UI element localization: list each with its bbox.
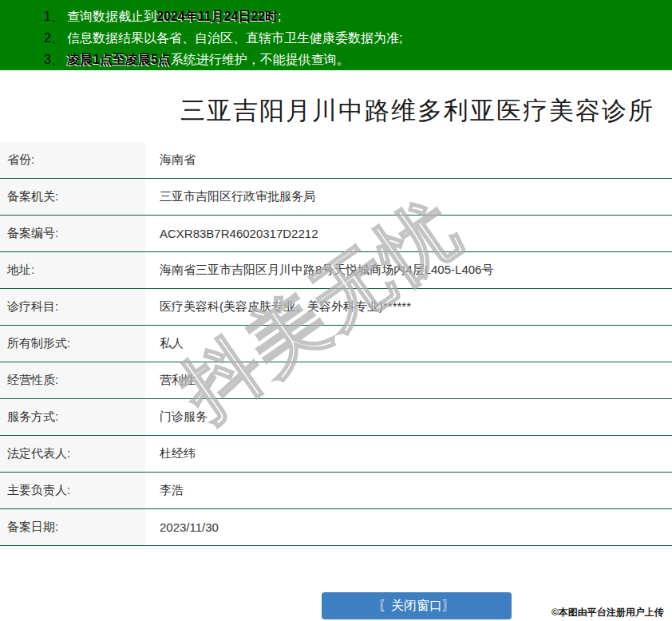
notice-item-3: 3、凌晨1点至凌晨5点系统进行维护，不能提供查询。 <box>44 49 664 70</box>
notice-banner: 1、查询数据截止到2024年11月24日22时; 2、信息数据结果以各省、自治区… <box>0 0 672 70</box>
title-area: 三亚吉阳月川中路维多利亚医疗美容诊所 <box>0 93 672 129</box>
field-value: 杜经纬 <box>145 436 672 472</box>
field-label: 备案编号: <box>0 216 145 251</box>
field-label: 备案机关: <box>0 179 145 215</box>
table-row-person-in-charge: 主要负责人: 李浩 <box>0 473 672 509</box>
close-window-button[interactable]: 〖关闭窗口〗 <box>322 592 512 619</box>
field-value: 门诊服务 <box>145 399 672 435</box>
field-value: ACXR83B7R46020317D2212 <box>145 216 672 251</box>
field-value: 营利性 <box>145 362 672 398</box>
table-row-record-number: 备案编号: ACXR83B7R46020317D2212 <box>0 216 672 252</box>
field-value: 海南省 <box>145 142 672 178</box>
copyright-note: ©本图由平台注册用户上传 <box>551 606 664 619</box>
field-label: 经营性质: <box>0 362 145 398</box>
notice-number: 1、 <box>44 10 64 23</box>
field-label: 诊疗科目: <box>0 289 145 325</box>
table-row-ownership: 所有制形式: 私人 <box>0 326 672 362</box>
notice-item-2: 2、信息数据结果以各省、自治区、直辖市卫生健康委数据为准; <box>44 27 664 49</box>
page-title: 三亚吉阳月川中路维多利亚医疗美容诊所 <box>163 93 672 129</box>
field-value: 医疗美容科(美容皮肤专业、美容外科专业)****** <box>145 289 672 325</box>
table-row-record-date: 备案日期: 2023/11/30 <box>0 509 672 546</box>
field-value: 海南省三亚市吉阳区月川中路8号天悦城商场内4层L405-L406号 <box>145 252 672 288</box>
registration-table: 省份: 海南省 备案机关: 三亚市吉阳区行政审批服务局 备案编号: ACXR83… <box>0 142 672 546</box>
field-label: 省份: <box>0 142 145 178</box>
field-label: 法定代表人: <box>0 436 145 472</box>
table-row-service-mode: 服务方式: 门诊服务 <box>0 399 672 436</box>
notice-text-bold: 2024年11月24日22时 <box>156 10 278 23</box>
notice-text-bold: 凌晨1点至凌晨5点 <box>67 53 171 66</box>
field-value: 私人 <box>145 326 672 362</box>
table-row-authority: 备案机关: 三亚市吉阳区行政审批服务局 <box>0 179 672 216</box>
table-row-business-nature: 经营性质: 营利性 <box>0 362 672 399</box>
field-label: 服务方式: <box>0 399 145 435</box>
table-row-legal-representative: 法定代表人: 杜经纬 <box>0 436 672 473</box>
notice-text: 信息数据结果以各省、自治区、直辖市卫生健康委数据为准; <box>67 31 402 45</box>
field-label: 地址: <box>0 252 145 288</box>
table-row-departments: 诊疗科目: 医疗美容科(美容皮肤专业、美容外科专业)****** <box>0 289 672 326</box>
registration-page: 1、查询数据截止到2024年11月24日22时; 2、信息数据结果以各省、自治区… <box>0 0 672 621</box>
field-value: 三亚市吉阳区行政审批服务局 <box>145 179 672 215</box>
field-value: 李浩 <box>145 473 672 508</box>
field-label: 所有制形式: <box>0 326 145 362</box>
field-value: 2023/11/30 <box>145 509 672 545</box>
notice-text: 查询数据截止到 <box>67 10 156 23</box>
notice-text: 系统进行维护，不能提供查询。 <box>171 53 350 66</box>
field-label: 主要负责人: <box>0 473 145 508</box>
notice-text: ; <box>278 10 281 23</box>
field-label: 备案日期: <box>0 509 145 545</box>
table-row-province: 省份: 海南省 <box>0 142 672 179</box>
notice-number: 3、 <box>44 53 64 66</box>
notice-number: 2、 <box>44 31 64 45</box>
table-row-address: 地址: 海南省三亚市吉阳区月川中路8号天悦城商场内4层L405-L406号 <box>0 252 672 289</box>
notice-item-1: 1、查询数据截止到2024年11月24日22时; <box>44 6 664 27</box>
